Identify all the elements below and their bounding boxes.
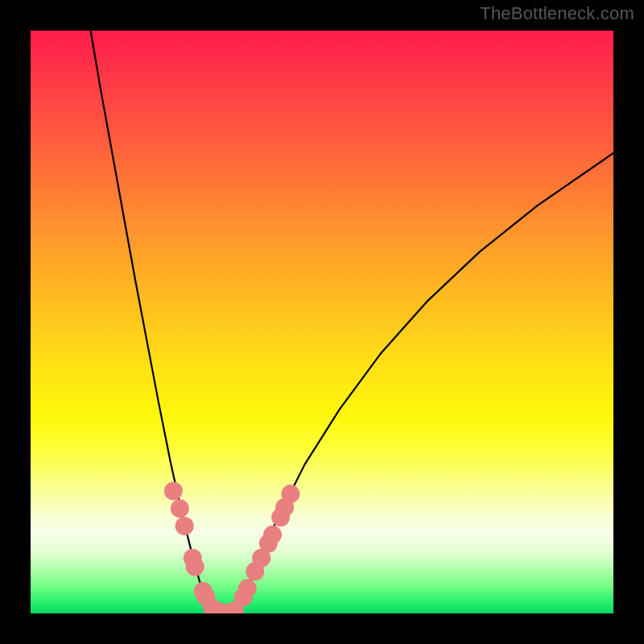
chart-frame: TheBottleneck.com bbox=[0, 0, 644, 644]
bottleneck-curve bbox=[91, 31, 613, 613]
marker-dot bbox=[263, 526, 282, 544]
curve-layer bbox=[31, 31, 613, 613]
marker-dot bbox=[238, 579, 257, 597]
marker-dot bbox=[186, 558, 204, 576]
plot-area bbox=[31, 31, 613, 613]
marker-dot bbox=[171, 499, 189, 518]
marker-dot bbox=[281, 485, 299, 503]
marker-dot bbox=[164, 481, 183, 500]
marker-dots bbox=[164, 481, 300, 613]
attribution-label: TheBottleneck.com bbox=[480, 3, 634, 24]
marker-dot bbox=[175, 517, 194, 535]
